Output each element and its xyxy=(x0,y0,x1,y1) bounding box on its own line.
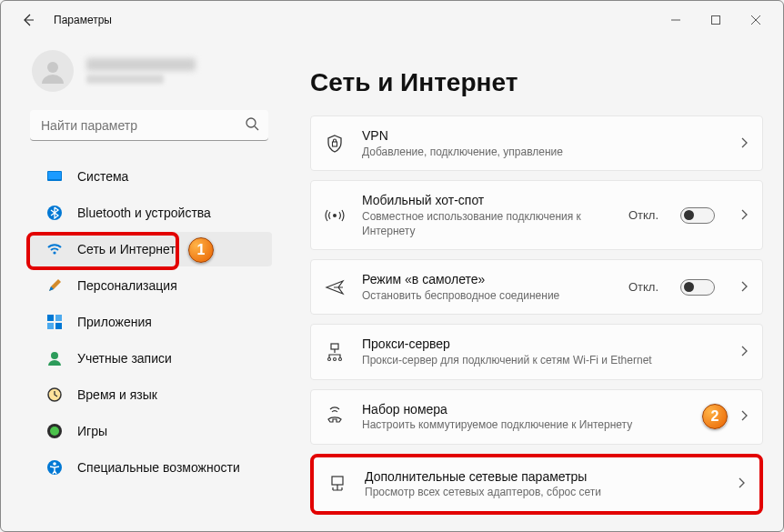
maximize-button[interactable] xyxy=(696,7,736,33)
card-vpn[interactable]: VPN Добавление, подключение, управление xyxy=(310,115,763,171)
svg-rect-8 xyxy=(48,172,61,179)
search-icon xyxy=(245,116,259,135)
card-advanced[interactable]: Дополнительные сетевые параметры Просмот… xyxy=(310,454,763,515)
svg-point-10 xyxy=(53,251,55,254)
window-title: Параметры xyxy=(54,14,112,26)
svg-point-15 xyxy=(51,352,58,359)
sidebar-item-label: Игры xyxy=(77,424,107,438)
card-sub: Просмотр всех сетевых адаптеров, сброс с… xyxy=(365,485,719,499)
card-airplane[interactable]: Режим «в самолете» Остановить беспроводн… xyxy=(310,259,763,315)
card-hotspot[interactable]: Мобильный хот-спот Совместное использова… xyxy=(310,180,763,250)
wifi-icon xyxy=(46,241,63,257)
svg-rect-14 xyxy=(55,323,62,329)
chevron-right-icon xyxy=(736,476,747,492)
page-title: Сеть и Интернет xyxy=(310,68,763,97)
content-pane: Сеть и Интернет VPN Добавление, подключе… xyxy=(285,39,783,531)
sidebar-item-label: Bluetooth и устройства xyxy=(77,206,211,220)
brush-icon xyxy=(46,277,63,294)
card-title: Прокси-сервер xyxy=(362,336,722,353)
account-block[interactable] xyxy=(1,45,285,105)
sidebar-item-label: Приложения xyxy=(77,315,152,329)
sidebar-item-label: Время и язык xyxy=(77,387,157,402)
search-input[interactable] xyxy=(30,110,268,141)
sidebar-item-label: Сеть и Интернет xyxy=(77,242,176,256)
card-proxy[interactable]: Прокси-сервер Прокси-сервер для подключе… xyxy=(310,324,763,379)
hotspot-toggle[interactable] xyxy=(680,207,715,224)
bluetooth-icon xyxy=(46,205,63,221)
minimize-button[interactable] xyxy=(656,7,696,33)
svg-point-5 xyxy=(246,118,256,127)
airplane-toggle[interactable] xyxy=(680,279,715,296)
card-title: Мобильный хот-спот xyxy=(362,192,612,209)
vpn-icon xyxy=(324,133,346,155)
svg-rect-11 xyxy=(47,315,54,321)
back-button[interactable] xyxy=(15,7,41,33)
sidebar: Система Bluetooth и устройства С xyxy=(1,39,285,531)
chevron-right-icon xyxy=(739,136,749,152)
toggle-status: Откл. xyxy=(628,280,658,294)
sidebar-item-label: Специальные возможности xyxy=(77,460,240,475)
sidebar-item-personalization[interactable]: Персонализация xyxy=(30,268,272,303)
card-dialup[interactable]: Набор номера Настроить коммутируемое под… xyxy=(310,389,763,445)
card-sub: Настроить коммутируемое подключение к Ин… xyxy=(362,417,722,432)
accounts-icon xyxy=(46,350,63,366)
accessibility-icon xyxy=(46,459,63,476)
airplane-icon xyxy=(324,276,346,298)
svg-point-23 xyxy=(328,357,331,360)
sidebar-item-label: Персонализация xyxy=(77,278,177,293)
sidebar-item-apps[interactable]: Приложения xyxy=(30,305,272,339)
advanced-network-icon xyxy=(327,473,348,495)
sidebar-item-system[interactable]: Система xyxy=(30,159,272,194)
annotation-badge-1: 1 xyxy=(188,237,214,263)
clock-icon xyxy=(46,386,63,403)
sidebar-item-accounts[interactable]: Учетные записи xyxy=(30,341,272,376)
svg-rect-13 xyxy=(47,323,54,329)
svg-point-4 xyxy=(47,62,58,73)
svg-point-19 xyxy=(53,462,56,466)
sidebar-item-gaming[interactable]: Игры xyxy=(30,414,272,448)
dialup-icon xyxy=(324,406,346,427)
svg-rect-26 xyxy=(332,477,343,485)
chevron-right-icon xyxy=(739,344,749,360)
system-icon xyxy=(46,168,63,185)
chevron-right-icon xyxy=(739,408,749,425)
annotation-badge-2: 2 xyxy=(702,404,728,429)
proxy-icon xyxy=(324,341,346,363)
svg-rect-20 xyxy=(333,142,337,146)
sidebar-item-bluetooth[interactable]: Bluetooth и устройства xyxy=(30,196,272,230)
gaming-icon xyxy=(46,423,63,439)
svg-rect-22 xyxy=(331,344,338,349)
card-sub: Прокси-сервер для подключений к сетям Wi… xyxy=(362,353,722,367)
svg-point-21 xyxy=(333,214,337,217)
svg-point-25 xyxy=(339,357,342,360)
close-button[interactable] xyxy=(736,7,776,33)
apps-icon xyxy=(46,314,63,330)
card-title: VPN xyxy=(362,127,722,145)
svg-rect-12 xyxy=(55,315,62,321)
svg-rect-1 xyxy=(712,16,720,25)
hotspot-icon xyxy=(324,205,346,226)
sidebar-item-label: Учетные записи xyxy=(77,351,172,366)
avatar xyxy=(32,50,74,92)
card-sub: Совместное использование подключения к И… xyxy=(362,209,612,238)
card-title: Набор номера xyxy=(362,401,722,418)
sidebar-item-time[interactable]: Время и язык xyxy=(30,377,272,412)
chevron-right-icon xyxy=(739,279,749,296)
card-sub: Остановить беспроводное соединение xyxy=(362,288,612,303)
chevron-right-icon xyxy=(739,207,749,224)
nav-list: Система Bluetooth и устройства С xyxy=(1,154,285,485)
toggle-status: Откл. xyxy=(628,208,658,222)
card-title: Режим «в самолете» xyxy=(362,271,612,288)
account-labels xyxy=(86,58,196,84)
sidebar-item-accessibility[interactable]: Специальные возможности xyxy=(30,450,272,485)
svg-point-24 xyxy=(334,357,337,360)
sidebar-item-label: Система xyxy=(77,169,128,184)
sidebar-item-network[interactable]: Сеть и Интернет xyxy=(30,232,272,266)
card-sub: Добавление, подключение, управление xyxy=(362,145,722,159)
svg-line-6 xyxy=(255,126,258,130)
card-title: Дополнительные сетевые параметры xyxy=(365,468,719,486)
